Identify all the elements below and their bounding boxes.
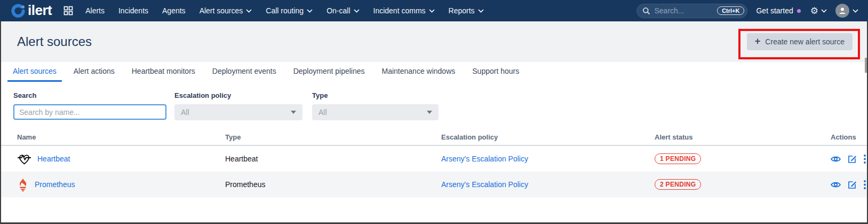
table-row: Prometheus Prometheus Arseny's Escalatio… <box>1 172 867 197</box>
scrollbar[interactable] <box>865 58 867 73</box>
caret-down-icon <box>427 111 432 114</box>
alert-source-type: Heartbeat <box>225 155 441 163</box>
prometheus-icon <box>17 177 29 191</box>
table-row: Heartbeat Heartbeat Arseny's Escalation … <box>1 146 867 172</box>
tab-alert-sources[interactable]: Alert sources <box>7 62 62 82</box>
column-header-alert-status: Alert status <box>655 133 831 141</box>
settings-menu[interactable]: ⚙ <box>810 6 827 16</box>
column-header-actions: Actions <box>831 133 856 141</box>
view-icon[interactable] <box>831 181 841 189</box>
nav-item-call-routing[interactable]: Call routing <box>259 6 320 15</box>
chevron-down-icon <box>821 9 827 13</box>
search-filter-label: Search <box>13 91 166 99</box>
search-icon <box>642 7 650 15</box>
more-options-icon[interactable] <box>864 155 866 164</box>
chevron-down-icon <box>429 9 435 13</box>
tab-deployment-pipelines[interactable]: Deployment pipelines <box>288 62 370 82</box>
edit-icon[interactable] <box>848 155 857 164</box>
nav-item-alerts[interactable]: Alerts <box>78 6 112 15</box>
chevron-down-icon <box>478 9 484 13</box>
gear-icon: ⚙ <box>810 6 818 16</box>
tab-support-hours[interactable]: Support hours <box>467 62 524 82</box>
navbar-right-controls: Ctrl+K Get started ⚙ <box>636 4 858 18</box>
tab-maintenance-windows[interactable]: Maintenance windows <box>377 62 461 82</box>
chevron-down-icon <box>307 9 313 13</box>
alert-source-name-link[interactable]: Heartbeat <box>37 155 70 163</box>
nav-item-alert-sources[interactable]: Alert sources <box>193 6 259 15</box>
view-icon[interactable] <box>831 155 841 163</box>
main-navigation: Alerts Incidents Agents Alert sources Ca… <box>78 6 490 15</box>
user-menu[interactable] <box>835 4 858 18</box>
alert-status-badge[interactable]: 1 PENDING <box>655 153 701 164</box>
chevron-down-icon <box>354 9 360 13</box>
chevron-down-icon <box>853 9 858 13</box>
global-search-input[interactable] <box>654 6 717 15</box>
nav-item-agents[interactable]: Agents <box>155 6 193 15</box>
caret-down-icon <box>291 111 296 114</box>
column-header-type: Type <box>225 133 441 141</box>
escalation-policy-filter-label: Escalation policy <box>174 91 302 99</box>
heartbeat-icon <box>17 152 31 165</box>
ilert-logo-text: ilert <box>28 3 52 19</box>
nav-item-on-call[interactable]: On-call <box>320 6 366 15</box>
search-by-name-input[interactable] <box>13 104 166 120</box>
nav-item-incidents[interactable]: Incidents <box>112 6 155 15</box>
tab-heartbeat-monitors[interactable]: Heartbeat monitors <box>126 62 201 82</box>
ilert-logo-icon <box>11 3 26 18</box>
avatar <box>835 4 849 18</box>
notification-dot <box>797 9 801 13</box>
more-options-icon[interactable] <box>864 180 866 189</box>
tab-alert-actions[interactable]: Alert actions <box>68 62 120 82</box>
get-started-link[interactable]: Get started <box>756 6 800 15</box>
app-switcher-icon[interactable] <box>63 6 73 16</box>
page-title: Alert sources <box>17 34 92 49</box>
column-header-escalation-policy: Escalation policy <box>441 133 655 141</box>
alert-source-type: Prometheus <box>225 180 441 189</box>
type-filter-label: Type <box>312 91 439 99</box>
alert-status-badge[interactable]: 2 PENDING <box>655 179 701 190</box>
escalation-policy-link[interactable]: Arseny's Escalation Policy <box>441 155 528 163</box>
tab-deployment-events[interactable]: Deployment events <box>207 62 282 82</box>
type-select[interactable]: All <box>312 104 439 120</box>
ilert-logo[interactable]: ilert <box>11 3 52 19</box>
alert-source-name-link[interactable]: Prometheus <box>35 180 75 189</box>
global-search-box[interactable]: Ctrl+K <box>636 4 747 18</box>
edit-icon[interactable] <box>848 180 857 189</box>
plus-icon: + <box>755 36 761 47</box>
table-header: Name Type Escalation policy Alert status… <box>1 129 867 146</box>
filters-bar: Search Escalation policy All Type All <box>1 82 867 120</box>
search-shortcut-badge: Ctrl+K <box>717 6 744 15</box>
main-content: Alert sources + Create new alert source … <box>0 21 868 224</box>
column-header-name: Name <box>17 133 225 141</box>
page-header: Alert sources + Create new alert source <box>1 21 867 62</box>
top-navbar: ilert Alerts Incidents Agents Alert sour… <box>0 0 868 21</box>
escalation-policy-link[interactable]: Arseny's Escalation Policy <box>441 180 528 189</box>
nav-item-incident-comms[interactable]: Incident comms <box>367 6 442 15</box>
section-tabs: Alert sources Alert actions Heartbeat mo… <box>1 62 867 82</box>
chevron-down-icon <box>246 9 252 13</box>
escalation-policy-select[interactable]: All <box>174 104 302 120</box>
create-new-alert-source-button[interactable]: + Create new alert source <box>747 33 853 50</box>
nav-item-reports[interactable]: Reports <box>442 6 491 15</box>
